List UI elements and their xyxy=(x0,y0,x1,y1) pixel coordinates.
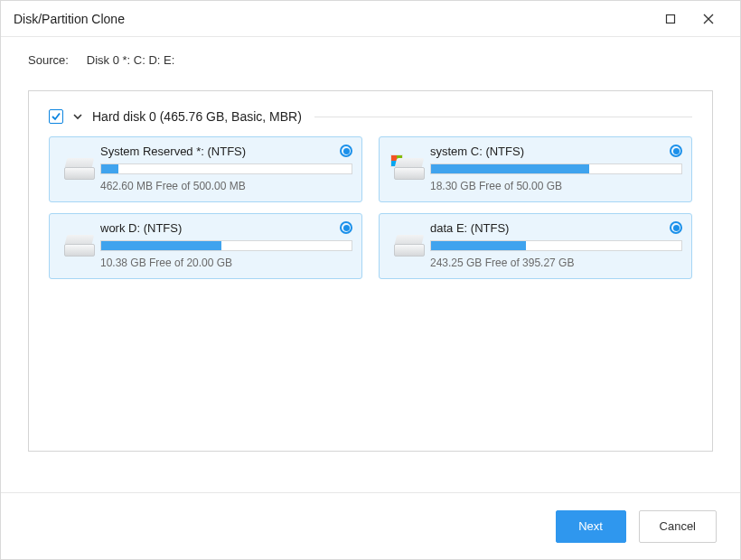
maximize-button[interactable] xyxy=(652,1,689,37)
disk-header: Hard disk 0 (465.76 GB, Basic, MBR) xyxy=(49,109,692,124)
partition-name: work D: (NTFS) xyxy=(100,221,352,235)
partition-name: System Reserved *: (NTFS) xyxy=(100,145,352,158)
free-text: 18.30 GB Free of 50.00 GB xyxy=(430,180,682,192)
source-value: Disk 0 *: C: D: E: xyxy=(87,53,175,67)
disk-label: Hard disk 0 (465.76 GB, Basic, MBR) xyxy=(92,109,302,124)
partition-radio[interactable] xyxy=(340,221,352,234)
usage-bar xyxy=(430,163,682,174)
partition-grid: System Reserved *: (NTFS)462.60 MB Free … xyxy=(49,136,692,279)
next-button[interactable]: Next xyxy=(556,510,626,543)
checkmark-icon xyxy=(51,111,61,122)
partition-card[interactable]: System Reserved *: (NTFS)462.60 MB Free … xyxy=(49,136,362,202)
footer: Next Cancel xyxy=(1,492,740,559)
close-icon xyxy=(703,14,714,24)
free-text: 243.25 GB Free of 395.27 GB xyxy=(430,257,682,269)
divider xyxy=(314,117,692,117)
window-title: Disk/Partition Clone xyxy=(14,12,125,26)
partition-card[interactable]: system C: (NTFS)18.30 GB Free of 50.00 G… xyxy=(379,136,692,202)
disk-toggle[interactable] xyxy=(70,109,85,124)
drive-icon xyxy=(389,221,430,269)
close-button[interactable] xyxy=(689,1,727,37)
partition-name: system C: (NTFS) xyxy=(430,145,682,158)
free-text: 462.60 MB Free of 500.00 MB xyxy=(100,180,352,192)
content-area: Hard disk 0 (465.76 GB, Basic, MBR) Syst… xyxy=(1,76,740,492)
partition-radio[interactable] xyxy=(670,145,682,157)
cancel-button[interactable]: Cancel xyxy=(639,510,717,543)
dialog-window: Disk/Partition Clone Source: Disk 0 *: C… xyxy=(0,0,741,560)
partition-radio[interactable] xyxy=(670,221,682,234)
partition-radio[interactable] xyxy=(340,145,352,157)
drive-icon xyxy=(59,145,100,192)
usage-bar xyxy=(100,240,352,251)
titlebar: Disk/Partition Clone xyxy=(1,1,740,37)
source-label: Source: xyxy=(28,53,69,67)
partition-card[interactable]: data E: (NTFS)243.25 GB Free of 395.27 G… xyxy=(379,213,692,279)
free-text: 10.38 GB Free of 20.00 GB xyxy=(100,257,352,269)
drive-icon xyxy=(389,145,430,192)
partition-name: data E: (NTFS) xyxy=(430,221,682,235)
source-row: Source: Disk 0 *: C: D: E: xyxy=(1,37,740,76)
chevron-down-icon xyxy=(72,111,83,122)
svg-rect-0 xyxy=(667,14,675,23)
maximize-icon xyxy=(665,14,676,24)
disk-checkbox[interactable] xyxy=(49,109,63,124)
usage-bar xyxy=(430,240,682,251)
partition-card[interactable]: work D: (NTFS)10.38 GB Free of 20.00 GB xyxy=(49,213,362,279)
disk-panel: Hard disk 0 (465.76 GB, Basic, MBR) Syst… xyxy=(28,90,713,452)
drive-icon xyxy=(59,221,100,269)
usage-bar xyxy=(100,163,352,174)
